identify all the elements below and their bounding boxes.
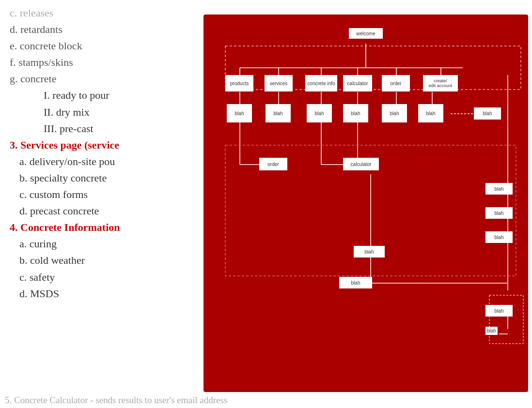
sitemap-diagram: welcome products services concrete info … (203, 15, 528, 392)
left-item-g3: III. pre-cast (10, 121, 199, 137)
blah-2: blah (266, 104, 291, 122)
blah-br-1: blah (485, 305, 513, 317)
blah-5: blah (382, 104, 407, 122)
left-item-e: e. concrete block (10, 38, 199, 54)
blah-1: blah (227, 104, 252, 122)
left-item-h3c: c. custom forms (10, 186, 199, 203)
blah-6: blah (418, 104, 443, 122)
nav-concrete-info: concrete info (305, 75, 337, 91)
svg-rect-33 (489, 295, 523, 344)
blah-far-right: blah (474, 107, 501, 120)
blah-right-3: blah (485, 231, 513, 243)
welcome-box: welcome (349, 28, 383, 39)
left-item-f: f. stamps/skins (10, 54, 199, 71)
nav-services: services (265, 75, 293, 91)
order-lower: order (259, 158, 287, 170)
nav-calculator: calculator (343, 75, 372, 91)
left-item-h3: 3. Services page (service (10, 137, 199, 153)
left-item-h4: 4. Concrete Information (10, 219, 199, 236)
calculator-lower: calculator (343, 158, 379, 170)
left-panel: c. releasesd. retardantse. concrete bloc… (0, 0, 208, 408)
left-item-h3b: b. specialty concrete (10, 170, 199, 186)
nav-order: order (382, 75, 410, 91)
blah-right-1: blah (485, 183, 513, 195)
blah-3: blah (307, 104, 332, 122)
left-item-h4c: c. safety (10, 269, 199, 286)
left-item-g: g. concrete (10, 71, 199, 87)
left-item-g2: II. dry mix (10, 104, 199, 121)
nav-products: products (225, 75, 253, 91)
left-item-g1: I. ready to pour (10, 87, 199, 104)
blah-4: blah (343, 104, 368, 122)
left-item-h3d: d. precast concrete (10, 203, 199, 219)
left-item-h4b: b. cold weather (10, 252, 199, 269)
nav-create-account: create/edit account (423, 75, 458, 91)
left-item-h4a: a. curing (10, 236, 199, 252)
left-item-h3a: a. delivery/on-site pou (10, 153, 199, 170)
bottom-text: 5. Concrete Calculator - sends results t… (0, 395, 532, 406)
blah-mid: blah (354, 246, 385, 257)
left-item-h4d: d. MSDS (10, 286, 199, 302)
blah-br-2: blah (485, 327, 498, 335)
left-item-d: d. retardants (10, 21, 199, 38)
blah-right-2: blah (485, 207, 513, 219)
diagram-lines (203, 15, 528, 392)
left-item-c: c. releases (10, 5, 199, 21)
blah-bottom: blah (339, 277, 372, 288)
